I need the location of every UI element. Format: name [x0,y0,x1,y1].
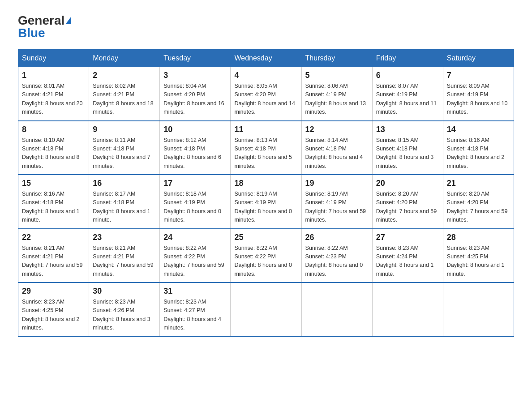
day-info: Sunrise: 8:23 AMSunset: 4:25 PMDaylight:… [447,245,505,277]
calendar-week-3: 15 Sunrise: 8:16 AMSunset: 4:18 PMDaylig… [18,175,514,229]
day-number: 16 [93,179,156,188]
calendar-week-5: 29 Sunrise: 8:23 AMSunset: 4:25 PMDaylig… [18,283,514,337]
day-info: Sunrise: 8:19 AMSunset: 4:19 PMDaylight:… [234,191,292,223]
day-number: 27 [376,233,439,242]
calendar-cell: 2 Sunrise: 8:02 AMSunset: 4:21 PMDayligh… [89,67,160,121]
logo: General Blue [18,13,71,40]
header-wednesday: Wednesday [231,50,301,67]
day-number: 9 [93,125,156,134]
day-info: Sunrise: 8:15 AMSunset: 4:18 PMDaylight:… [376,137,434,169]
calendar-cell: 26 Sunrise: 8:22 AMSunset: 4:23 PMDaylig… [301,229,372,283]
calendar-cell [372,283,443,337]
header-thursday: Thursday [301,50,372,67]
day-number: 3 [163,71,227,80]
calendar-cell: 20 Sunrise: 8:20 AMSunset: 4:20 PMDaylig… [372,175,443,229]
calendar-cell: 12 Sunrise: 8:14 AMSunset: 4:18 PMDaylig… [301,121,372,175]
calendar-cell: 13 Sunrise: 8:15 AMSunset: 4:18 PMDaylig… [372,121,443,175]
day-number: 4 [234,71,297,80]
day-number: 10 [163,125,227,134]
page-header: General Blue [18,13,514,40]
calendar-cell: 19 Sunrise: 8:19 AMSunset: 4:19 PMDaylig… [301,175,372,229]
day-info: Sunrise: 8:22 AMSunset: 4:22 PMDaylight:… [234,245,292,277]
day-info: Sunrise: 8:14 AMSunset: 4:18 PMDaylight:… [305,137,363,169]
day-info: Sunrise: 8:06 AMSunset: 4:19 PMDaylight:… [305,83,366,115]
day-number: 29 [22,287,85,296]
header-friday: Friday [372,50,443,67]
calendar-cell: 15 Sunrise: 8:16 AMSunset: 4:18 PMDaylig… [18,175,89,229]
calendar-week-4: 22 Sunrise: 8:21 AMSunset: 4:21 PMDaylig… [18,229,514,283]
calendar-cell: 9 Sunrise: 8:11 AMSunset: 4:18 PMDayligh… [89,121,160,175]
day-number: 30 [93,287,156,296]
day-info: Sunrise: 8:10 AMSunset: 4:18 PMDaylight:… [22,137,80,169]
day-number: 24 [163,233,227,242]
day-number: 18 [234,179,297,188]
day-info: Sunrise: 8:23 AMSunset: 4:27 PMDaylight:… [163,299,221,331]
calendar-cell: 28 Sunrise: 8:23 AMSunset: 4:25 PMDaylig… [443,229,514,283]
calendar-cell: 27 Sunrise: 8:23 AMSunset: 4:24 PMDaylig… [372,229,443,283]
day-info: Sunrise: 8:02 AMSunset: 4:21 PMDaylight:… [93,83,154,115]
day-info: Sunrise: 8:22 AMSunset: 4:22 PMDaylight:… [163,245,224,277]
day-number: 11 [234,125,297,134]
day-number: 12 [305,125,369,134]
calendar-cell: 10 Sunrise: 8:12 AMSunset: 4:18 PMDaylig… [160,121,231,175]
day-number: 31 [163,287,227,296]
day-number: 14 [447,125,510,134]
logo-blue-text: Blue [18,26,45,40]
calendar-cell: 25 Sunrise: 8:22 AMSunset: 4:22 PMDaylig… [231,229,301,283]
day-info: Sunrise: 8:21 AMSunset: 4:21 PMDaylight:… [22,245,83,277]
day-number: 25 [234,233,297,242]
calendar-cell [301,283,372,337]
calendar-cell: 3 Sunrise: 8:04 AMSunset: 4:20 PMDayligh… [160,67,231,121]
day-number: 22 [22,233,85,242]
calendar-cell: 23 Sunrise: 8:21 AMSunset: 4:21 PMDaylig… [89,229,160,283]
calendar-cell: 1 Sunrise: 8:01 AMSunset: 4:21 PMDayligh… [18,67,89,121]
day-number: 5 [305,71,369,80]
day-info: Sunrise: 8:21 AMSunset: 4:21 PMDaylight:… [93,245,154,277]
day-number: 20 [376,179,439,188]
day-number: 6 [376,71,439,80]
calendar-cell: 11 Sunrise: 8:13 AMSunset: 4:18 PMDaylig… [231,121,301,175]
header-monday: Monday [89,50,160,67]
calendar-cell: 6 Sunrise: 8:07 AMSunset: 4:19 PMDayligh… [372,67,443,121]
day-info: Sunrise: 8:19 AMSunset: 4:19 PMDaylight:… [305,191,366,223]
calendar-cell: 24 Sunrise: 8:22 AMSunset: 4:22 PMDaylig… [160,229,231,283]
day-number: 1 [22,71,85,80]
calendar-cell: 31 Sunrise: 8:23 AMSunset: 4:27 PMDaylig… [160,283,231,337]
header-tuesday: Tuesday [160,50,231,67]
day-info: Sunrise: 8:16 AMSunset: 4:18 PMDaylight:… [22,191,80,223]
day-info: Sunrise: 8:20 AMSunset: 4:20 PMDaylight:… [376,191,437,223]
calendar-cell [231,283,301,337]
calendar-cell: 8 Sunrise: 8:10 AMSunset: 4:18 PMDayligh… [18,121,89,175]
day-info: Sunrise: 8:18 AMSunset: 4:19 PMDaylight:… [163,191,221,223]
day-info: Sunrise: 8:04 AMSunset: 4:20 PMDaylight:… [163,83,224,115]
day-info: Sunrise: 8:23 AMSunset: 4:25 PMDaylight:… [22,299,80,331]
day-info: Sunrise: 8:13 AMSunset: 4:18 PMDaylight:… [234,137,292,169]
calendar-cell [443,283,514,337]
day-number: 17 [163,179,227,188]
calendar-table: SundayMondayTuesdayWednesdayThursdayFrid… [18,49,514,337]
day-number: 21 [447,179,510,188]
day-info: Sunrise: 8:23 AMSunset: 4:26 PMDaylight:… [93,299,150,331]
header-sunday: Sunday [18,50,89,67]
calendar-cell: 18 Sunrise: 8:19 AMSunset: 4:19 PMDaylig… [231,175,301,229]
day-info: Sunrise: 8:09 AMSunset: 4:19 PMDaylight:… [447,83,508,115]
calendar-cell: 14 Sunrise: 8:16 AMSunset: 4:18 PMDaylig… [443,121,514,175]
day-number: 13 [376,125,439,134]
calendar-cell: 22 Sunrise: 8:21 AMSunset: 4:21 PMDaylig… [18,229,89,283]
day-info: Sunrise: 8:22 AMSunset: 4:23 PMDaylight:… [305,245,363,277]
calendar-cell: 17 Sunrise: 8:18 AMSunset: 4:19 PMDaylig… [160,175,231,229]
calendar-header-row: SundayMondayTuesdayWednesdayThursdayFrid… [18,50,514,67]
day-number: 7 [447,71,510,80]
day-info: Sunrise: 8:23 AMSunset: 4:24 PMDaylight:… [376,245,434,277]
day-info: Sunrise: 8:11 AMSunset: 4:18 PMDaylight:… [93,137,150,169]
calendar-cell: 7 Sunrise: 8:09 AMSunset: 4:19 PMDayligh… [443,67,514,121]
day-number: 26 [305,233,369,242]
day-info: Sunrise: 8:12 AMSunset: 4:18 PMDaylight:… [163,137,221,169]
calendar-cell: 29 Sunrise: 8:23 AMSunset: 4:25 PMDaylig… [18,283,89,337]
day-info: Sunrise: 8:05 AMSunset: 4:20 PMDaylight:… [234,83,295,115]
header-saturday: Saturday [443,50,514,67]
calendar-week-1: 1 Sunrise: 8:01 AMSunset: 4:21 PMDayligh… [18,67,514,121]
logo-triangle-icon [66,17,71,24]
day-number: 23 [93,233,156,242]
day-number: 28 [447,233,510,242]
